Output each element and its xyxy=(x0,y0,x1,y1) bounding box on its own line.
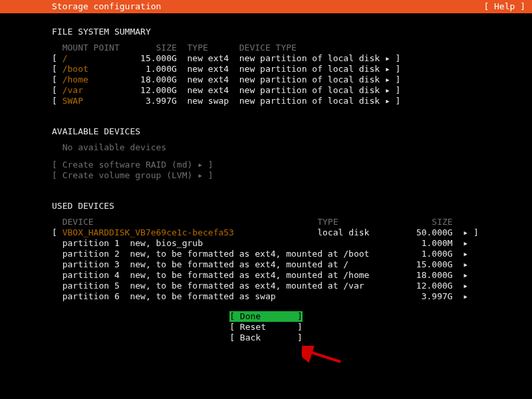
partition-row[interactable]: partition 3 new, to be formatted as ext4… xyxy=(52,259,525,270)
no-devices-text: No available devices xyxy=(52,142,525,153)
partition-row[interactable]: partition 6 new, to be formatted as swap… xyxy=(52,291,525,302)
used-header: DEVICE TYPE SIZE xyxy=(52,217,525,227)
section-available: AVAILABLE DEVICES xyxy=(52,126,525,137)
fs-row[interactable]: [ /var 12.000G new ext4 new partition of… xyxy=(52,85,525,96)
partition-row[interactable]: partition 4 new, to be formatted as ext4… xyxy=(52,270,525,281)
disk-row[interactable]: [ VBOX_HARDDISK_VB7e69ce1c-becefa53 loca… xyxy=(52,227,525,238)
section-fs-summary: FILE SYSTEM SUMMARY xyxy=(52,27,525,37)
fs-header: MOUNT POINT SIZE TYPE DEVICE TYPE xyxy=(52,43,525,53)
back-button[interactable]: [ Back ] xyxy=(229,332,303,343)
help-button[interactable]: [ Help ] xyxy=(483,1,525,12)
title-bar: Storage configuration [ Help ] xyxy=(0,0,532,13)
arrow-annotation xyxy=(302,346,342,364)
create-lvm-option[interactable]: [ Create volume group (LVM) ▸ ] xyxy=(52,170,525,181)
partition-row[interactable]: partition 5 new, to be formatted as ext4… xyxy=(52,281,525,291)
partition-row[interactable]: partition 2 new, to be formatted as ext4… xyxy=(52,249,525,259)
create-raid-option[interactable]: [ Create software RAID (md) ▸ ] xyxy=(52,160,525,170)
fs-row[interactable]: [ / 15.000G new ext4 new partition of lo… xyxy=(52,53,525,64)
fs-row[interactable]: [ /home 18.000G new ext4 new partition o… xyxy=(52,74,525,85)
reset-button[interactable]: [ Reset ] xyxy=(229,322,303,332)
fs-row[interactable]: [ /boot 1.000G new ext4 new partition of… xyxy=(52,64,525,74)
partition-row[interactable]: partition 1 new, bios_grub 1.000M ▸ xyxy=(52,238,525,249)
section-used: USED DEVICES xyxy=(52,201,525,211)
svg-line-1 xyxy=(307,351,340,362)
page-title: Storage configuration xyxy=(7,1,161,12)
fs-row[interactable]: [ SWAP 3.997G new swap new partition of … xyxy=(52,96,525,106)
action-buttons: [ Done ] [ Reset ] [ Back ] xyxy=(7,311,525,343)
done-button[interactable]: [ Done ] xyxy=(229,311,303,322)
